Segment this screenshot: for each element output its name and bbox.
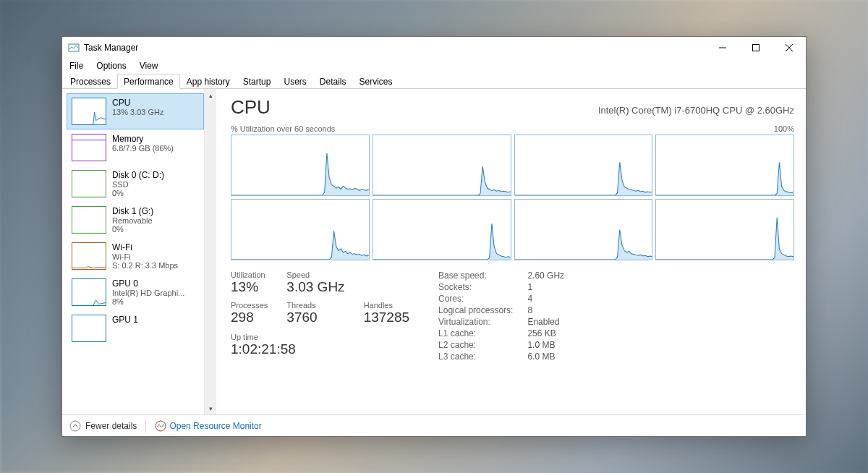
mini-graph-icon: [72, 278, 106, 306]
sidebar-item-gpu-1[interactable]: GPU 1: [67, 310, 204, 346]
tab-startup[interactable]: Startup: [237, 74, 278, 89]
fewer-details-label: Fewer details: [85, 421, 137, 431]
handles-value: 137285: [364, 310, 409, 325]
footer-divider: [145, 419, 146, 432]
cpu-panel: CPU Intel(R) Core(TM) i7-6700HQ CPU @ 2.…: [216, 89, 806, 414]
sidebar-item-cpu[interactable]: CPU13% 3.03 GHz: [67, 93, 204, 129]
tab-performance[interactable]: Performance: [117, 74, 180, 89]
mini-graph-icon: [72, 242, 106, 270]
sidebar-item-sub1: Removable: [112, 216, 153, 225]
l1-value: 256 KB: [527, 328, 564, 338]
scroll-down-icon[interactable]: ▾: [205, 402, 217, 414]
sidebar-item-title: GPU 0: [112, 278, 184, 289]
sidebar-item-title: Disk 0 (C: D:): [112, 170, 164, 180]
sidebar-item-wi-fi[interactable]: Wi-FiWi-FiS: 0.2 R: 3.3 Mbps: [67, 238, 204, 274]
logical-value: 8: [527, 305, 564, 315]
graph-ymax: 100%: [774, 124, 794, 133]
cores-value: 4: [527, 294, 564, 304]
cores-label: Cores:: [438, 294, 513, 304]
svg-marker-12: [656, 218, 793, 260]
processes-value: 298: [231, 310, 268, 325]
base-speed-value: 2.60 GHz: [527, 270, 564, 281]
handles-label: Handles: [364, 301, 409, 310]
svg-point-13: [70, 421, 80, 431]
tab-users[interactable]: Users: [277, 74, 312, 89]
l2-label: L2 cache:: [438, 340, 513, 350]
sidebar-item-sub1: 6.8/7.9 GB (86%): [112, 144, 174, 153]
speed-label: Speed: [286, 270, 344, 279]
content-area: CPU13% 3.03 GHzMemory6.8/7.9 GB (86%)Dis…: [62, 89, 806, 414]
processes-label: Processes: [231, 301, 268, 310]
close-button[interactable]: [773, 37, 806, 59]
logical-label: Logical processors:: [438, 305, 513, 315]
svg-rect-0: [69, 44, 79, 51]
cpu-core-chart-6: [514, 199, 653, 260]
l1-label: L1 cache:: [438, 328, 513, 338]
cpu-core-chart-2: [514, 135, 653, 196]
open-resource-monitor-link[interactable]: Open Resource Monitor: [155, 420, 261, 432]
uptime-value: 1:02:21:58: [231, 341, 409, 357]
chevron-up-circle-icon: [69, 420, 81, 432]
sidebar-item-sub1: Intel(R) HD Graphi...: [112, 289, 184, 297]
speed-value: 3.03 GHz: [286, 279, 344, 295]
minimize-button[interactable]: [706, 37, 739, 59]
sidebar-item-disk-0-c-d-[interactable]: Disk 0 (C: D:)SSD0%: [67, 166, 204, 202]
virtualization-label: Virtualization:: [438, 317, 513, 327]
tabbar: Processes Performance App history Startu…: [62, 73, 806, 89]
menu-options[interactable]: Options: [95, 61, 127, 71]
graph-caption: % Utilization over 60 seconds: [231, 124, 335, 133]
cpu-core-chart-4: [231, 199, 370, 260]
mini-graph-icon: [72, 134, 106, 161]
sidebar-item-sub1: SSD: [112, 180, 164, 189]
titlebar[interactable]: Task Manager: [62, 37, 806, 59]
tab-services[interactable]: Services: [353, 74, 399, 89]
scroll-up-icon[interactable]: ▴: [205, 89, 217, 101]
cpu-core-grid: [231, 135, 794, 260]
cpu-core-chart-1: [373, 135, 511, 196]
sockets-value: 1: [527, 282, 564, 292]
sidebar-item-title: Wi-Fi: [112, 242, 178, 252]
svg-marker-6: [373, 166, 511, 195]
panel-title: CPU: [231, 96, 271, 119]
threads-value: 3760: [286, 310, 344, 325]
svg-rect-2: [753, 45, 760, 51]
svg-marker-11: [515, 230, 652, 260]
maximize-button[interactable]: [739, 37, 773, 59]
l3-label: L3 cache:: [438, 351, 513, 362]
cpu-core-chart-7: [655, 199, 794, 260]
footer: Fewer details Open Resource Monitor: [62, 414, 806, 436]
sidebar-item-memory[interactable]: Memory6.8/7.9 GB (86%): [67, 129, 204, 166]
cpu-core-chart-3: [655, 135, 794, 196]
sidebar-item-title: CPU: [112, 98, 164, 108]
sidebar-item-disk-1-g-[interactable]: Disk 1 (G:)Removable0%: [67, 202, 204, 238]
sidebar-item-gpu-0[interactable]: GPU 0Intel(R) HD Graphi...8%: [67, 274, 204, 310]
virtualization-value: Enabled: [527, 317, 564, 327]
sidebar-scrollbar[interactable]: ▴ ▾: [204, 89, 216, 414]
svg-marker-8: [656, 162, 793, 195]
tab-details[interactable]: Details: [313, 74, 353, 89]
mini-graph-icon: [72, 206, 106, 234]
sockets-label: Sockets:: [438, 282, 513, 292]
sidebar-item-sub2: 0%: [112, 189, 164, 197]
l3-value: 6.0 MB: [527, 351, 564, 362]
tab-processes[interactable]: Processes: [64, 74, 117, 89]
sidebar-item-title: Disk 1 (G:): [112, 206, 153, 216]
cpu-core-chart-5: [373, 199, 511, 260]
menu-file[interactable]: File: [68, 61, 85, 71]
app-icon: [68, 42, 80, 54]
threads-label: Threads: [286, 301, 344, 310]
sidebar-item-sub2: S: 0.2 R: 3.3 Mbps: [112, 261, 178, 270]
sidebar-item-sub2: 0%: [112, 225, 153, 234]
sidebar-item-title: Memory: [112, 134, 174, 144]
uptime-label: Up time: [231, 333, 409, 341]
menubar: File Options View: [62, 59, 806, 73]
tab-app-history[interactable]: App history: [180, 74, 237, 89]
fewer-details-button[interactable]: Fewer details: [69, 420, 137, 432]
base-speed-label: Base speed:: [438, 270, 513, 281]
sidebar-item-sub1: Wi-Fi: [112, 252, 178, 261]
menu-view[interactable]: View: [138, 61, 160, 71]
svg-marker-9: [231, 231, 369, 260]
utilization-label: Utilization: [231, 270, 268, 279]
sidebar-item-sub2: 8%: [112, 297, 184, 306]
l2-value: 1.0 MB: [527, 340, 564, 350]
